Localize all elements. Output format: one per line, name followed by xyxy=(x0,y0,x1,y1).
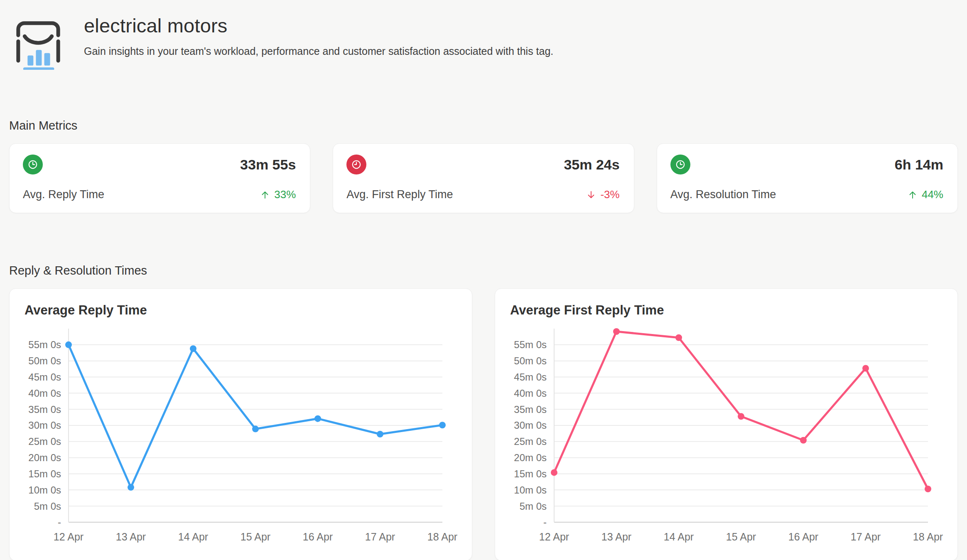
svg-text:25m 0s: 25m 0s xyxy=(514,436,547,447)
page-header: electrical motors Gain insights in your … xyxy=(9,12,958,70)
chart-card-average-reply-time: Average Reply Time 55m 0s50m 0s45m 0s40m… xyxy=(9,288,472,560)
svg-text:15m 0s: 15m 0s xyxy=(514,468,547,479)
metric-delta-value: -3% xyxy=(600,188,619,201)
main-metrics-heading: Main Metrics xyxy=(9,119,958,133)
svg-text:10m 0s: 10m 0s xyxy=(514,484,547,496)
svg-text:16 Apr: 16 Apr xyxy=(303,531,333,543)
clock-icon xyxy=(674,158,687,171)
chart-title: Average First Reply Time xyxy=(510,303,664,318)
metric-label: Avg. Resolution Time xyxy=(670,188,776,201)
clock-badge-green xyxy=(670,155,690,174)
chart-card-average-first-reply-time: Average First Reply Time 55m 0s50m 0s45m… xyxy=(495,288,958,560)
clock-badge-green xyxy=(23,155,43,174)
svg-text:-: - xyxy=(543,516,547,528)
svg-text:55m 0s: 55m 0s xyxy=(514,339,547,350)
metric-delta-value: 44% xyxy=(922,188,943,201)
svg-text:15m 0s: 15m 0s xyxy=(28,468,61,479)
clock-icon xyxy=(350,158,363,171)
svg-text:18 Apr: 18 Apr xyxy=(913,531,943,543)
svg-text:16 Apr: 16 Apr xyxy=(788,531,818,543)
metric-card-avg-resolution-time: 6h 14m Avg. Resolution Time 44% xyxy=(657,143,958,213)
average-reply-time-chart[interactable]: 55m 0s50m 0s45m 0s40m 0s35m 0s30m 0s25m … xyxy=(10,324,471,556)
svg-text:55m 0s: 55m 0s xyxy=(28,339,61,350)
svg-text:40m 0s: 40m 0s xyxy=(514,388,547,399)
svg-text:20m 0s: 20m 0s xyxy=(28,452,61,463)
metric-card-avg-reply-time: 33m 55s Avg. Reply Time 33% xyxy=(9,143,310,213)
svg-text:40m 0s: 40m 0s xyxy=(28,388,61,399)
svg-text:12 Apr: 12 Apr xyxy=(54,531,83,543)
metric-cards-row: 33m 55s Avg. Reply Time 33% xyxy=(9,143,958,213)
metric-delta-value: 33% xyxy=(274,188,296,201)
svg-text:15 Apr: 15 Apr xyxy=(726,531,756,543)
tag-insights-icon xyxy=(9,12,67,70)
metric-card-avg-first-reply-time: 35m 24s Avg. First Reply Time -3% xyxy=(333,143,634,213)
svg-text:10m 0s: 10m 0s xyxy=(28,484,61,496)
svg-text:18 Apr: 18 Apr xyxy=(427,531,457,543)
svg-text:20m 0s: 20m 0s xyxy=(514,452,547,463)
trend-up-icon xyxy=(908,190,918,200)
svg-text:12 Apr: 12 Apr xyxy=(539,531,569,543)
svg-text:45m 0s: 45m 0s xyxy=(28,371,61,383)
main-metrics-section: Main Metrics 33m 55s Avg. Reply Time xyxy=(9,119,958,213)
chart-cards-row: Average Reply Time 55m 0s50m 0s45m 0s40m… xyxy=(9,288,958,560)
metric-delta: 33% xyxy=(260,188,296,201)
svg-text:15 Apr: 15 Apr xyxy=(241,531,270,543)
clock-icon xyxy=(27,158,39,171)
svg-text:13 Apr: 13 Apr xyxy=(601,531,631,543)
svg-text:25m 0s: 25m 0s xyxy=(28,436,61,447)
svg-text:14 Apr: 14 Apr xyxy=(664,531,694,543)
svg-text:17 Apr: 17 Apr xyxy=(365,531,395,543)
clock-badge-red xyxy=(346,155,366,174)
average-first-reply-time-chart[interactable]: 55m 0s50m 0s45m 0s40m 0s35m 0s30m 0s25m … xyxy=(496,324,957,556)
svg-text:-: - xyxy=(58,516,61,528)
svg-text:5m 0s: 5m 0s xyxy=(34,501,61,512)
svg-text:17 Apr: 17 Apr xyxy=(851,531,881,543)
svg-text:50m 0s: 50m 0s xyxy=(514,355,547,366)
svg-text:30m 0s: 30m 0s xyxy=(28,420,61,431)
trend-down-icon xyxy=(586,190,596,200)
page-subtitle: Gain insights in your team's workload, p… xyxy=(84,45,553,57)
metric-delta: -3% xyxy=(586,188,619,201)
svg-text:14 Apr: 14 Apr xyxy=(178,531,208,543)
metric-label: Avg. Reply Time xyxy=(23,188,104,201)
tag-insights-page: electrical motors Gain insights in your … xyxy=(0,0,967,560)
svg-text:35m 0s: 35m 0s xyxy=(514,404,547,415)
page-title: electrical motors xyxy=(84,14,553,37)
reply-resolution-section: Reply & Resolution Times Average Reply T… xyxy=(9,264,958,560)
header-text: electrical motors Gain insights in your … xyxy=(84,12,553,57)
svg-text:5m 0s: 5m 0s xyxy=(520,501,547,512)
metric-value: 35m 24s xyxy=(564,157,619,173)
svg-text:13 Apr: 13 Apr xyxy=(116,531,146,543)
metric-value: 6h 14m xyxy=(895,157,943,173)
reply-resolution-heading: Reply & Resolution Times xyxy=(9,264,958,278)
svg-text:50m 0s: 50m 0s xyxy=(28,355,61,366)
svg-text:45m 0s: 45m 0s xyxy=(514,371,547,383)
svg-text:30m 0s: 30m 0s xyxy=(514,420,547,431)
metric-value: 33m 55s xyxy=(240,157,296,173)
svg-text:35m 0s: 35m 0s xyxy=(28,404,61,415)
metric-delta: 44% xyxy=(908,188,943,201)
trend-up-icon xyxy=(260,190,270,200)
metric-label: Avg. First Reply Time xyxy=(346,188,453,201)
chart-title: Average Reply Time xyxy=(25,303,147,318)
